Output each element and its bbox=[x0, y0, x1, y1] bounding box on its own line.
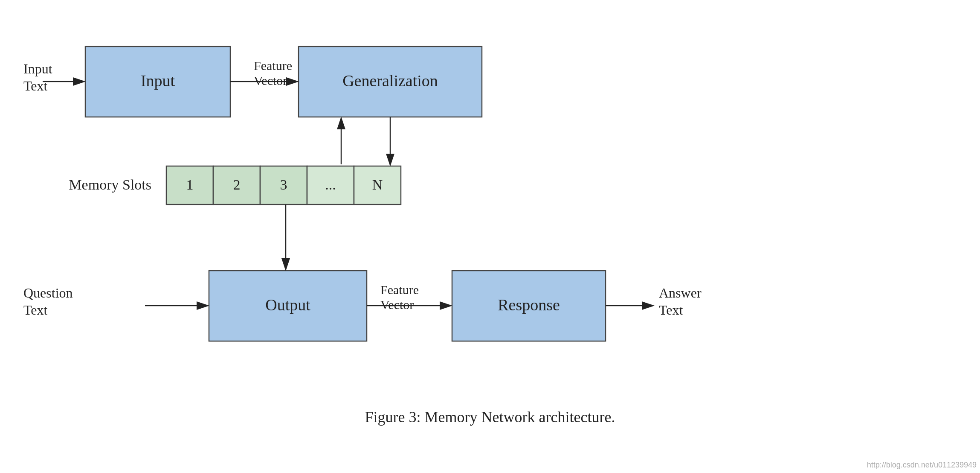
svg-text:N: N bbox=[372, 177, 383, 193]
memory-slots-label: Memory Slots bbox=[69, 177, 151, 193]
response-label: Response bbox=[498, 296, 560, 314]
svg-text:...: ... bbox=[325, 177, 336, 193]
generalization-label: Generalization bbox=[342, 72, 438, 90]
feature-vector-top-2: Vector bbox=[254, 73, 287, 88]
feature-vector-bottom-2: Vector bbox=[380, 298, 414, 312]
input-text-label: Input bbox=[23, 61, 52, 76]
svg-text:3: 3 bbox=[280, 177, 287, 193]
feature-vector-bottom-1: Feature bbox=[380, 283, 419, 297]
watermark: http://blog.csdn.net/u011239949 bbox=[867, 461, 977, 470]
diagram-container: Input Generalization 1 2 3 ... N Memory … bbox=[0, 0, 980, 473]
question-text-label2: Text bbox=[23, 302, 48, 318]
input-label: Input bbox=[141, 72, 175, 90]
svg-text:1: 1 bbox=[186, 177, 194, 193]
question-text-label: Question bbox=[23, 285, 73, 301]
output-label: Output bbox=[265, 296, 310, 314]
feature-vector-top-1: Feature bbox=[254, 58, 292, 73]
svg-text:2: 2 bbox=[233, 177, 241, 193]
answer-text-label2: Text bbox=[659, 302, 683, 318]
figure-caption: Figure 3: Memory Network architecture. bbox=[0, 408, 980, 426]
input-text-label2: Text bbox=[23, 78, 48, 93]
answer-text-label: Answer bbox=[659, 285, 702, 301]
